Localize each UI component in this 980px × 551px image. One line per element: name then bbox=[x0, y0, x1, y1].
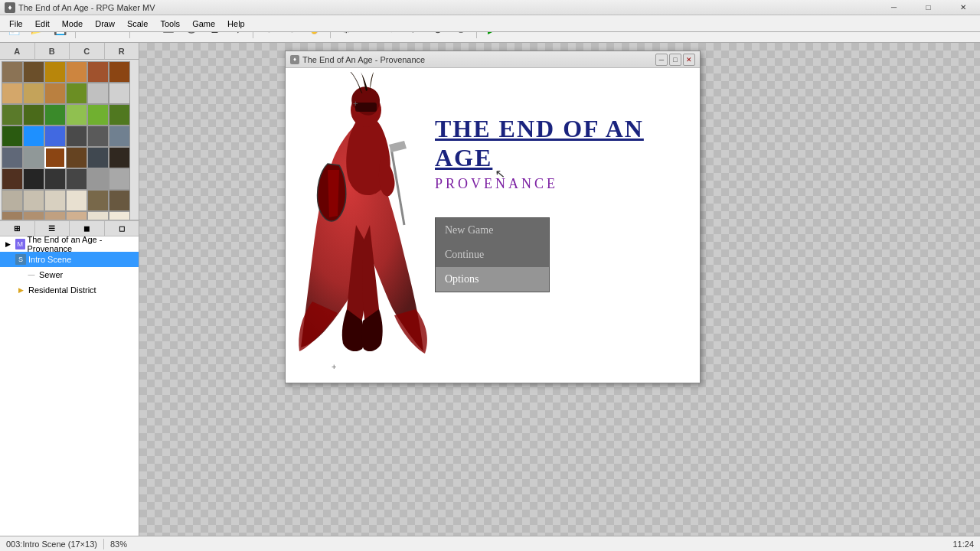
tile-cell[interactable] bbox=[2, 211, 23, 220]
minimize-button[interactable]: ─ bbox=[877, 0, 911, 15]
tile-cell[interactable] bbox=[66, 104, 87, 126]
tile-cell[interactable] bbox=[87, 104, 109, 126]
menubar: File Edit Mode Draw Scale Tools Game Hel… bbox=[0, 15, 980, 32]
scene-tree-tab[interactable]: ⊞ bbox=[0, 221, 35, 236]
scene-tree-item-residential[interactable]: ▶ Residental District bbox=[0, 282, 139, 298]
tile-cell[interactable] bbox=[66, 211, 87, 220]
tile-cell[interactable] bbox=[87, 168, 109, 190]
tile-cell[interactable] bbox=[23, 126, 44, 147]
scene-tree-tab[interactable]: ◼ bbox=[70, 221, 105, 236]
tile-cell[interactable] bbox=[2, 126, 23, 147]
tile-cell[interactable] bbox=[66, 126, 87, 147]
game-window-titlebar: ♦ The End of An Age - Provenance ─ □ ✕ bbox=[286, 51, 700, 68]
scene-tree-root[interactable]: ▶ M The End of an Age - Provenance bbox=[0, 236, 139, 252]
statusbar: 003:Intro Scene (17×13) 83% 11:24 bbox=[0, 536, 980, 551]
tile-cell[interactable] bbox=[44, 83, 66, 104]
close-button[interactable]: ✕ bbox=[946, 0, 980, 15]
tile-cell[interactable] bbox=[109, 61, 130, 83]
window-controls: ─ □ ✕ bbox=[877, 0, 980, 15]
cursor-marker: + bbox=[353, 99, 358, 108]
tile-cell[interactable] bbox=[23, 104, 44, 126]
tile-cell[interactable] bbox=[44, 104, 66, 126]
tile-cell[interactable] bbox=[44, 126, 66, 147]
cursor-marker-bottom: + bbox=[332, 362, 336, 371]
tile-cell[interactable] bbox=[87, 83, 109, 104]
tile-cell[interactable] bbox=[109, 211, 130, 220]
menu-help[interactable]: Help bbox=[221, 18, 251, 30]
tile-cell[interactable] bbox=[23, 147, 44, 168]
menu-file[interactable]: File bbox=[3, 18, 29, 30]
tree-root-label: The End of an Age - Provenance bbox=[28, 235, 139, 253]
menu-scale[interactable]: Scale bbox=[121, 18, 155, 30]
tile-cell[interactable] bbox=[44, 168, 66, 190]
menu-edit[interactable]: Edit bbox=[29, 18, 56, 30]
game-preview-window[interactable]: ♦ The End of An Age - Provenance ─ □ ✕ +… bbox=[285, 51, 701, 383]
scene-tree-item-sewer[interactable]: — Sewer bbox=[0, 267, 139, 282]
tile-cell[interactable] bbox=[2, 147, 23, 168]
tile-tabs: A B C R bbox=[0, 43, 139, 60]
menu-tools[interactable]: Tools bbox=[154, 18, 186, 30]
menu-game[interactable]: Game bbox=[186, 18, 221, 30]
tile-cell[interactable] bbox=[66, 168, 87, 190]
tile-cell[interactable] bbox=[2, 61, 23, 83]
tile-cell[interactable] bbox=[87, 190, 109, 211]
tile-cell[interactable] bbox=[66, 61, 87, 83]
tile-cell[interactable] bbox=[44, 190, 66, 211]
tile-cell[interactable] bbox=[23, 168, 44, 190]
tree-item-label: Sewer bbox=[39, 270, 63, 279]
tile-cell[interactable] bbox=[109, 104, 130, 126]
menu-option-new-game[interactable]: New Game bbox=[436, 218, 549, 243]
scene-tree-item-intro[interactable]: S Intro Scene bbox=[0, 252, 139, 267]
scene-info: 003:Intro Scene (17×13) bbox=[6, 540, 97, 549]
tile-cell[interactable] bbox=[109, 190, 130, 211]
tile-cell[interactable] bbox=[23, 83, 44, 104]
tile-tab-a[interactable]: A bbox=[0, 43, 35, 59]
tile-cell[interactable] bbox=[44, 211, 66, 220]
tile-cell[interactable] bbox=[44, 61, 66, 83]
status-right: 11:24 bbox=[952, 540, 974, 549]
scene-icon: S bbox=[15, 254, 26, 265]
menu-option-options[interactable]: Options bbox=[436, 267, 549, 292]
scene-tree-header: ⊞ ☰ ◼ ◻ bbox=[0, 221, 139, 236]
game-minimize-button[interactable]: ─ bbox=[655, 54, 668, 66]
game-maximize-button[interactable]: □ bbox=[669, 54, 681, 66]
tile-tab-c[interactable]: C bbox=[70, 43, 105, 59]
folder-icon: ▶ bbox=[15, 285, 26, 295]
tile-tab-b[interactable]: B bbox=[35, 43, 70, 59]
tile-cell[interactable] bbox=[87, 147, 109, 168]
game-close-button[interactable]: ✕ bbox=[683, 54, 695, 66]
tile-cell[interactable] bbox=[2, 83, 23, 104]
canvas-area[interactable]: ♦ The End of An Age - Provenance ─ □ ✕ +… bbox=[139, 43, 980, 536]
tile-cell[interactable] bbox=[23, 211, 44, 220]
menu-mode[interactable]: Mode bbox=[56, 18, 90, 30]
scene-tree-tab[interactable]: ☰ bbox=[35, 221, 70, 236]
tile-cell[interactable] bbox=[66, 190, 87, 211]
tree-item-label: Intro Scene bbox=[28, 255, 71, 264]
scene-tree-tab[interactable]: ◻ bbox=[105, 221, 139, 236]
menu-option-continue[interactable]: Continue bbox=[436, 243, 549, 267]
tile-cell[interactable] bbox=[23, 61, 44, 83]
tile-cell[interactable] bbox=[2, 168, 23, 190]
knight-figure bbox=[293, 72, 446, 355]
maximize-button[interactable]: □ bbox=[911, 0, 946, 15]
tile-cell[interactable] bbox=[109, 126, 130, 147]
tile-cell[interactable] bbox=[109, 83, 130, 104]
tile-cell-selected selected-tile[interactable] bbox=[44, 147, 66, 168]
tile-tab-r[interactable]: R bbox=[105, 43, 139, 59]
game-window-title: The End of An Age - Provenance bbox=[302, 55, 425, 64]
game-window-controls: ─ □ ✕ bbox=[655, 54, 695, 66]
tile-cell[interactable] bbox=[87, 211, 109, 220]
tile-cell[interactable] bbox=[66, 83, 87, 104]
app-titlebar: ♦ The End of An Age - RPG Maker MV ─ □ ✕ bbox=[0, 0, 980, 15]
tile-cell[interactable] bbox=[109, 147, 130, 168]
tile-cell[interactable] bbox=[87, 126, 109, 147]
tile-cell[interactable] bbox=[23, 190, 44, 211]
status-sep bbox=[103, 539, 104, 549]
game-content: + + bbox=[286, 68, 700, 383]
tile-cell[interactable] bbox=[66, 147, 87, 168]
tile-cell[interactable] bbox=[2, 104, 23, 126]
tile-cell[interactable] bbox=[87, 61, 109, 83]
menu-draw[interactable]: Draw bbox=[89, 18, 121, 30]
tile-cell[interactable] bbox=[2, 190, 23, 211]
tile-cell[interactable] bbox=[109, 168, 130, 190]
